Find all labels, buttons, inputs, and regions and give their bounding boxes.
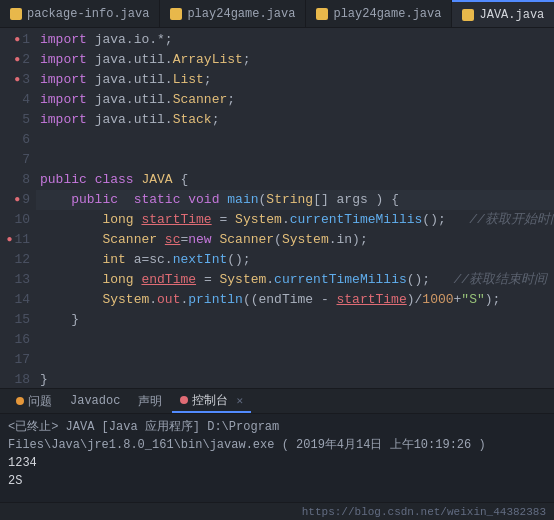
- code-line-18: }: [36, 370, 554, 388]
- console-terminated-line: <已终止> JAVA [Java 应用程序] D:\Program Files\…: [8, 418, 546, 454]
- tab-label: 问题: [28, 393, 52, 410]
- code-line-14: System.out.println((endTime - startTime)…: [36, 290, 554, 310]
- line-num-15: 15: [0, 310, 30, 330]
- console-output-1234: 1234: [8, 454, 546, 472]
- line-num-7: 7: [0, 150, 30, 170]
- tab-label: Javadoc: [70, 394, 120, 408]
- code-line-2: import java.util.ArrayList;: [36, 50, 554, 70]
- line-num-6: 6: [0, 130, 30, 150]
- line-num-3: 3: [0, 70, 30, 90]
- warning-icon: [16, 397, 24, 405]
- line-num-12: 12: [0, 250, 30, 270]
- console-output: 1234: [8, 456, 37, 470]
- code-line-4: import java.util.Scanner;: [36, 90, 554, 110]
- code-line-9: public static void main(String[] args ) …: [36, 190, 554, 210]
- java-icon: [170, 8, 182, 20]
- line-num-8: 8: [0, 170, 30, 190]
- line-num-10: 10: [0, 210, 30, 230]
- tab-label: play24game.java: [333, 7, 441, 21]
- line-num-1: 1: [0, 30, 30, 50]
- code-line-10: long startTime = System.currentTimeMilli…: [36, 210, 554, 230]
- tab-label: package-info.java: [27, 7, 149, 21]
- tab-label: 声明: [138, 393, 162, 410]
- tab-label: 控制台: [192, 392, 228, 409]
- code-line-7: [36, 150, 554, 170]
- code-line-1: import java.io.*;: [36, 30, 554, 50]
- watermark: https://blog.csdn.net/weixin_44382383: [302, 506, 546, 518]
- line-num-16: 16: [0, 330, 30, 350]
- code-area[interactable]: import java.io.*; import java.util.Array…: [36, 28, 554, 388]
- line-num-14: 14: [0, 290, 30, 310]
- code-line-8: public class JAVA {: [36, 170, 554, 190]
- tab-java[interactable]: JAVA.java ✕: [452, 0, 554, 27]
- java-icon: [462, 9, 474, 21]
- java-icon: [316, 8, 328, 20]
- code-line-15: }: [36, 310, 554, 330]
- tab-javadoc[interactable]: Javadoc: [62, 389, 128, 413]
- tab-label: play24game.java: [187, 7, 295, 21]
- line-num-9: 9: [0, 190, 30, 210]
- tab-label: JAVA.java: [479, 8, 544, 22]
- tab-play24game-2[interactable]: play24game.java: [306, 0, 452, 27]
- panel-tab-bar: 问题 Javadoc 声明 控制台 ✕: [0, 388, 554, 414]
- code-line-13: long endTime = System.currentTimeMillis(…: [36, 270, 554, 290]
- line-num-13: 13: [0, 270, 30, 290]
- code-line-16: [36, 330, 554, 350]
- tab-play24game-1[interactable]: play24game.java: [160, 0, 306, 27]
- tab-declaration[interactable]: 声明: [130, 389, 170, 413]
- code-line-3: import java.util.List;: [36, 70, 554, 90]
- tab-problems[interactable]: 问题: [8, 389, 60, 413]
- close-icon[interactable]: ✕: [236, 394, 243, 407]
- tab-console[interactable]: 控制台 ✕: [172, 389, 251, 413]
- console-panel: <已终止> JAVA [Java 应用程序] D:\Program Files\…: [0, 414, 554, 502]
- tab-bar: package-info.java play24game.java play24…: [0, 0, 554, 28]
- console-output: 2S: [8, 474, 22, 488]
- line-num-5: 5: [0, 110, 30, 130]
- code-line-5: import java.util.Stack;: [36, 110, 554, 130]
- line-num-18: 18: [0, 370, 30, 388]
- console-icon: [180, 396, 188, 404]
- status-bar: https://blog.csdn.net/weixin_44382383: [0, 502, 554, 520]
- console-path: <已终止> JAVA [Java 应用程序] D:\Program Files\…: [8, 420, 486, 452]
- gutter: 1 2 3 4 5 6 7 8 9 10 11 12 13 14 15 16 1…: [0, 28, 36, 388]
- line-num-11: 11: [0, 230, 30, 250]
- code-line-6: [36, 130, 554, 150]
- line-num-2: 2: [0, 50, 30, 70]
- line-num-4: 4: [0, 90, 30, 110]
- code-line-17: [36, 350, 554, 370]
- console-output-2s: 2S: [8, 472, 546, 490]
- tab-package-info[interactable]: package-info.java: [0, 0, 160, 27]
- code-line-12: int a=sc.nextInt();: [36, 250, 554, 270]
- editor: 1 2 3 4 5 6 7 8 9 10 11 12 13 14 15 16 1…: [0, 28, 554, 388]
- java-icon: [10, 8, 22, 20]
- code-line-11: Scanner sc=new Scanner(System.in);: [36, 230, 554, 250]
- line-num-17: 17: [0, 350, 30, 370]
